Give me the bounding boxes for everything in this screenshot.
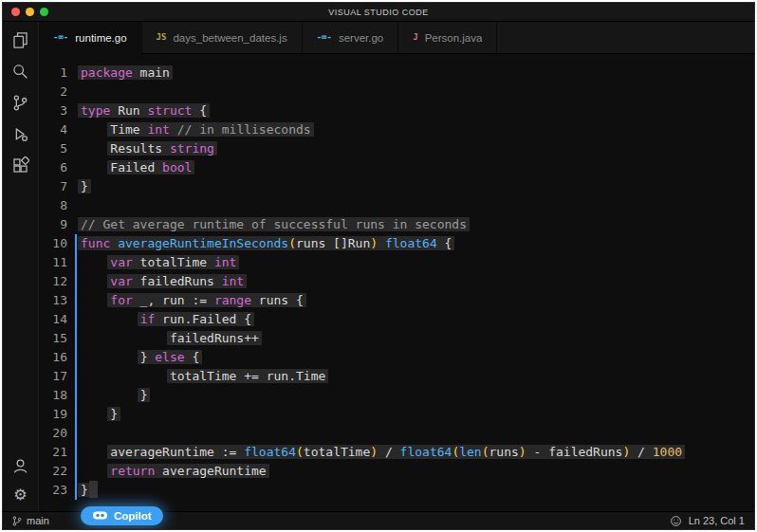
code-line[interactable]: 23} [39, 481, 754, 500]
zoom-button[interactable] [40, 8, 48, 16]
line-number: 15 [39, 329, 67, 348]
code-line[interactable]: 13 for _, run := range runs { [39, 291, 754, 310]
go-file-icon: -∞- [317, 33, 332, 42]
account-icon [11, 457, 29, 475]
sidebar-item-source-control[interactable] [9, 92, 32, 113]
settings-button[interactable]: ⚙ [9, 485, 32, 505]
extensions-icon [11, 156, 29, 174]
line-number: 19 [39, 405, 67, 424]
activity-bar: ⚙ [3, 22, 39, 511]
code-line[interactable]: 12 var failedRuns int [39, 272, 754, 291]
code-line[interactable]: 20 [39, 424, 754, 443]
line-number: 8 [39, 196, 67, 215]
search-icon [11, 63, 29, 81]
copilot-label: Copilot [114, 510, 152, 522]
line-number: 18 [39, 386, 67, 405]
explorer-icon [11, 31, 29, 49]
run-debug-icon [11, 125, 29, 143]
code-line[interactable]: 14 if run.Failed { [39, 310, 754, 329]
traffic-lights [11, 8, 48, 16]
sidebar-item-explorer[interactable] [9, 29, 32, 50]
source-control-icon [11, 94, 29, 112]
tab-runtime.go[interactable]: -∞-runtime.go [39, 22, 142, 54]
js-file-icon: JS [157, 33, 167, 42]
code-line[interactable]: 16 } else { [39, 348, 754, 367]
line-number: 11 [39, 253, 67, 272]
code-line[interactable]: 7} [39, 177, 754, 196]
line-number: 5 [39, 139, 67, 158]
code-line[interactable]: 4 Time int // in milliseconds [39, 120, 754, 139]
tab-days_between_dates.js[interactable]: JSdays_between_dates.js [142, 22, 303, 53]
tab-bar: -∞-runtime.goJSdays_between_dates.js-∞-s… [39, 22, 754, 54]
line-number: 23 [39, 481, 67, 500]
code-line[interactable]: 2 [39, 83, 754, 101]
line-number: 14 [39, 310, 67, 329]
minimize-button[interactable] [26, 8, 34, 16]
vscode-window: Visual Studio Code [2, 2, 755, 530]
account-button[interactable] [9, 455, 32, 476]
code-line[interactable]: 1package main [39, 64, 754, 83]
sidebar-item-run-debug[interactable] [9, 123, 32, 144]
line-number: 20 [39, 424, 67, 443]
code-line[interactable]: 5 Results string [39, 139, 754, 158]
sidebar-item-search[interactable] [9, 61, 32, 82]
code-line[interactable]: 6 Failed bool [39, 158, 754, 177]
copilot-icon [92, 510, 108, 522]
line-number: 10 [39, 234, 67, 253]
branch-indicator[interactable]: main [11, 515, 49, 527]
line-number: 3 [39, 101, 67, 120]
tab-Person.java[interactable]: JPerson.java [398, 22, 497, 53]
branch-icon [11, 515, 23, 527]
tab-label: days_between_dates.js [173, 32, 286, 44]
sidebar-item-extensions[interactable] [9, 155, 32, 175]
code-line[interactable]: 15 failedRuns++ [39, 329, 754, 348]
window-title: Visual Studio Code [328, 8, 429, 17]
code-line[interactable]: 22 return averageRuntime [39, 462, 754, 481]
branch-name: main [27, 515, 49, 526]
code-line[interactable]: 10func averageRuntimeInSeconds(runs []Ru… [39, 234, 754, 253]
line-number: 7 [39, 177, 67, 196]
tab-server.go[interactable]: -∞-server.go [303, 22, 399, 53]
tab-label: runtime.go [75, 32, 126, 44]
code-line[interactable]: 21 averageRuntime := float64(totalTime) … [39, 443, 754, 462]
copilot-badge[interactable]: Copilot [81, 506, 163, 525]
line-number: 1 [39, 64, 67, 83]
line-number: 22 [39, 462, 67, 481]
line-number: 21 [39, 443, 67, 462]
line-number: 12 [39, 272, 67, 291]
tab-label: Person.java [425, 32, 483, 44]
line-number: 9 [39, 215, 67, 234]
code-line[interactable]: 19 } [39, 405, 754, 424]
line-number: 2 [39, 83, 67, 101]
line-number: 4 [39, 120, 67, 139]
feedback-smiley-icon [670, 515, 682, 527]
cursor-position[interactable]: Ln 23, Col 1 [689, 515, 745, 526]
go-file-icon: -∞- [53, 33, 68, 42]
code-line[interactable]: 9// Get average runtime of successful ru… [39, 215, 754, 234]
settings-gear-icon: ⚙ [13, 487, 27, 503]
close-button[interactable] [11, 8, 20, 16]
java-file-icon: J [413, 33, 417, 42]
line-number: 16 [39, 348, 67, 367]
code-area[interactable]: 1package main23type Run struct {4 Time i… [39, 54, 754, 500]
code-line[interactable]: 18 } [39, 386, 754, 405]
code-line[interactable]: 3type Run struct { [39, 101, 754, 120]
code-line[interactable]: 8 [39, 196, 754, 215]
feedback-button[interactable] [670, 515, 682, 527]
title-bar: Visual Studio Code [3, 3, 754, 22]
code-line[interactable]: 17 totalTime += run.Time [39, 367, 754, 386]
line-number: 13 [39, 291, 67, 310]
tab-label: server.go [339, 32, 383, 44]
editor[interactable]: 1package main23type Run struct {4 Time i… [39, 54, 754, 511]
text-cursor [89, 481, 98, 498]
code-line[interactable]: 11 var totalTime int [39, 253, 754, 272]
line-number: 6 [39, 158, 67, 177]
line-number: 17 [39, 367, 67, 386]
